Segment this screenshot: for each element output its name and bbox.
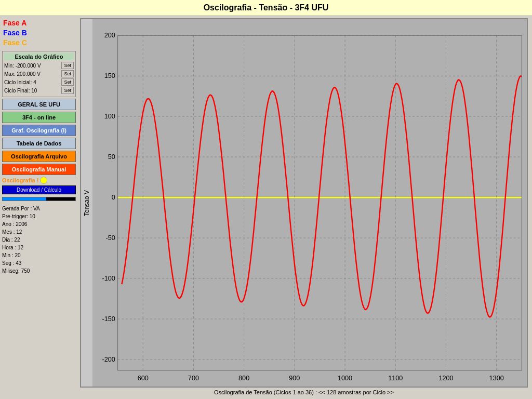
progress-bar-fill (3, 197, 46, 201)
progress-bar (2, 197, 76, 201)
chart-container: Tensao V (78, 16, 532, 399)
phase-labels: Fase A Fase B Fase C (2, 18, 76, 47)
geral-se-ufu-button[interactable]: GERAL SE UFU (2, 99, 76, 110)
ciclo-final-row: Ciclo Final: 10 Set (4, 87, 74, 94)
title-bar: Oscilografia - Tensão - 3F4 UFU (0, 0, 532, 16)
ciclo-inicial-row: Ciclo Inicial: 4 Set (4, 78, 74, 86)
graf-oscilografia-button[interactable]: Graf. Oscilografia (I) (2, 125, 76, 136)
set-max-button[interactable]: Set (61, 70, 74, 77)
phase-a-label: Fase A (2, 18, 76, 28)
phase-c-label: Fase C (2, 38, 76, 47)
sidebar: Fase A Fase B Fase C Escala do Gráfico M… (0, 16, 78, 399)
info-hora: Hora : 12 (2, 244, 76, 251)
svg-text:-200: -200 (102, 355, 115, 363)
scale-min-row: Min: -200.000 V Set (4, 62, 74, 69)
info-dia: Dia : 22 (2, 236, 76, 244)
scale-max-label: Max: 200.000 V (4, 71, 41, 77)
set-ciclo-inicial-button[interactable]: Set (61, 78, 74, 86)
osc-calc-label: Oscilografia ! (2, 177, 38, 183)
svg-text:900: 900 (289, 374, 300, 381)
tabela-dados-button[interactable]: Tabela de Dados (2, 138, 76, 149)
svg-text:100: 100 (104, 112, 115, 120)
scale-section: Escala do Gráfico Min: -200.000 V Set Ma… (2, 51, 76, 97)
scale-min-label: Min: -200.000 V (4, 63, 41, 69)
svg-text:1200: 1200 (438, 374, 453, 381)
chart-wrapper: Tensao V (80, 18, 528, 388)
svg-text:150: 150 (104, 72, 115, 79)
ciclo-inicial-label: Ciclo Inicial: 4 (4, 79, 36, 85)
set-min-button[interactable]: Set (61, 62, 74, 69)
scale-max-row: Max: 200.000 V Set (4, 70, 74, 77)
osc-arquivo-button[interactable]: Oscilografia Arquivo (2, 151, 76, 162)
scale-title: Escala do Gráfico (4, 53, 74, 60)
svg-text:600: 600 (138, 374, 149, 381)
yellow-dot-indicator (40, 177, 47, 184)
download-button[interactable]: Download / Cálculo (2, 185, 76, 194)
info-mes: Mes : 12 (2, 228, 76, 236)
svg-text:50: 50 (108, 153, 115, 161)
svg-text:800: 800 (238, 374, 249, 381)
svg-text:1300: 1300 (489, 374, 504, 381)
info-gerada: Gerada Por : VA (2, 205, 76, 212)
svg-text:1100: 1100 (388, 374, 403, 381)
page-title: Oscilografia - Tensão - 3F4 UFU (204, 3, 329, 12)
info-min: Min : 20 (2, 251, 76, 259)
x-axis-label: Oscilografia de Tensão (Ciclos 1 ao 36) … (80, 388, 528, 397)
svg-rect-0 (92, 19, 527, 387)
chart-svg: 200 150 100 50 0 -50 -100 -150 -200 600 … (92, 19, 527, 387)
info-seg: Seg : 43 (2, 259, 76, 267)
chart-inner: 200 150 100 50 0 -50 -100 -150 -200 600 … (92, 19, 527, 387)
svg-text:-100: -100 (102, 274, 115, 282)
info-miliseg: Miliseg: 750 (2, 267, 76, 275)
svg-text:-50: -50 (105, 234, 115, 242)
svg-text:-150: -150 (102, 315, 115, 323)
svg-text:700: 700 (188, 374, 199, 381)
info-ano: Ano : 2006 (2, 220, 76, 228)
set-ciclo-final-button[interactable]: Set (61, 87, 74, 94)
main-container: Oscilografia - Tensão - 3F4 UFU Fase A F… (0, 0, 532, 399)
content-area: Fase A Fase B Fase C Escala do Gráfico M… (0, 16, 532, 399)
info-pre-trigger: Pre-trigger: 10 (2, 212, 76, 220)
svg-text:0: 0 (112, 193, 115, 201)
svg-text:200: 200 (104, 31, 115, 39)
info-section: Gerada Por : VA Pre-trigger: 10 Ano : 20… (2, 205, 76, 275)
osc-manual-button[interactable]: Oscilografia Manual (2, 164, 76, 175)
phase-b-label: Fase B (2, 28, 76, 37)
svg-text:1000: 1000 (338, 374, 352, 381)
y-axis-label: Tensao V (81, 19, 92, 387)
osc-calc-row: Oscilografia ! (2, 177, 76, 184)
ciclo-final-label: Ciclo Final: 10 (4, 88, 37, 94)
linha-button[interactable]: 3F4 - on line (2, 112, 76, 123)
